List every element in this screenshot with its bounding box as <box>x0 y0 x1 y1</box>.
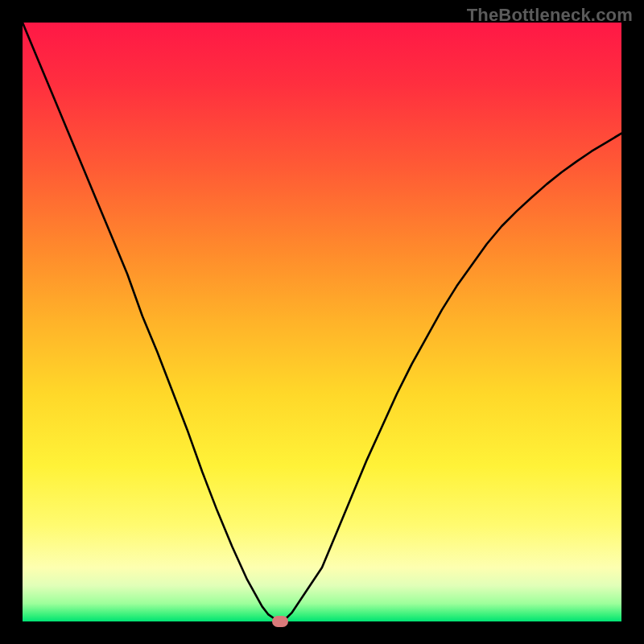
curve-svg <box>23 23 621 621</box>
bottleneck-curve <box>23 23 621 618</box>
plot-area <box>23 23 621 621</box>
optimum-marker <box>272 616 288 627</box>
watermark-label: TheBottleneck.com <box>467 5 633 26</box>
chart-frame: TheBottleneck.com <box>0 0 644 644</box>
